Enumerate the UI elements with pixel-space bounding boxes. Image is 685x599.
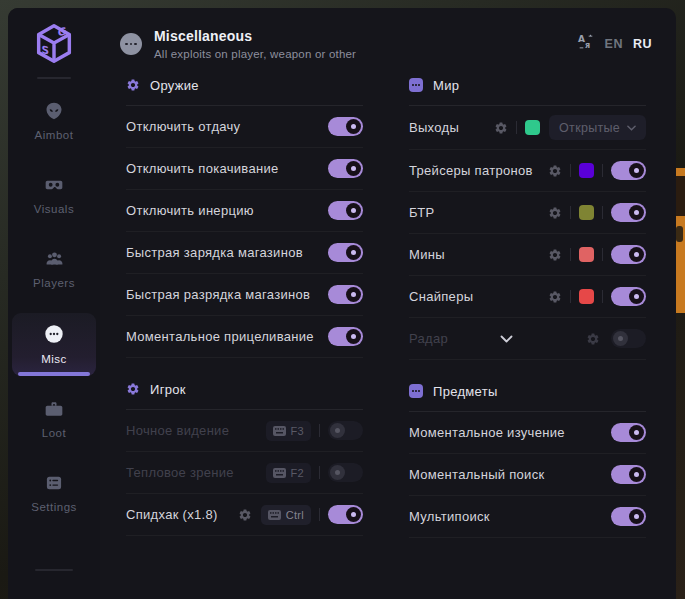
section-title: Игрок — [150, 382, 186, 397]
toggle-switch[interactable] — [611, 287, 646, 306]
toggle-switch[interactable] — [328, 117, 363, 136]
svg-text:S: S — [42, 43, 50, 57]
section-world: Мир Выходы Открытые — [409, 74, 646, 360]
color-swatch[interactable] — [579, 289, 594, 304]
briefcase-icon — [44, 399, 64, 419]
toggle-switch[interactable] — [611, 465, 646, 484]
toggle-switch[interactable] — [611, 245, 646, 264]
toggle-switch[interactable] — [328, 243, 363, 262]
svg-text:A: A — [577, 34, 584, 44]
sidebar-item-settings[interactable]: Settings — [12, 463, 96, 524]
gear-icon[interactable] — [238, 508, 252, 522]
content-grid: Оружие Отключить отдачу Отключить покачи… — [100, 70, 676, 558]
feature-row: Радар — [409, 318, 646, 360]
keyboard-icon — [273, 468, 286, 478]
page-title: Miscellaneous — [154, 28, 356, 44]
feature-row: Тепловое зрение F2 — [126, 452, 363, 494]
translate-icon: A я — [577, 33, 595, 55]
right-column: Мир Выходы Открытые — [409, 74, 646, 558]
sidebar-item-label: Visuals — [34, 203, 74, 215]
page-subtitle: All exploits on player, weapon or other — [154, 48, 356, 60]
background-game-billboard — [676, 168, 685, 313]
feature-row: Отключить покачивание — [126, 148, 363, 190]
gear-icon[interactable] — [586, 332, 600, 346]
feature-row: Отключить отдачу — [126, 106, 363, 148]
toggle-switch[interactable] — [611, 203, 646, 222]
feature-row: Отключить инерцию — [126, 190, 363, 232]
dots-square-icon — [409, 78, 423, 92]
svg-text:я: я — [585, 40, 590, 50]
toggle-switch[interactable] — [611, 329, 646, 348]
feature-row: Трейсеры патронов — [409, 150, 646, 192]
section-title: Мир — [433, 78, 459, 93]
sidebar-item-misc[interactable]: Misc — [12, 313, 96, 376]
sidebar-item-label: Settings — [31, 501, 77, 513]
gear-icon[interactable] — [548, 206, 562, 220]
toggle-switch[interactable] — [328, 327, 363, 346]
list-icon — [44, 473, 64, 493]
gear-icon[interactable] — [548, 290, 562, 304]
color-swatch[interactable] — [525, 120, 540, 135]
keybind-badge[interactable]: Ctrl — [261, 505, 311, 525]
cheat-menu-window: S G Aimbot Visuals — [8, 8, 676, 599]
page-header-text: Miscellaneous All exploits on player, we… — [154, 28, 356, 60]
section-items: Предметы Моментальное изучение Моменталь… — [409, 380, 646, 538]
color-swatch[interactable] — [579, 205, 594, 220]
chevron-down-icon[interactable] — [500, 335, 513, 343]
lang-ru-button[interactable]: RU — [633, 37, 652, 51]
toggle-switch[interactable] — [328, 285, 363, 304]
gear-icon[interactable] — [548, 164, 562, 178]
toggle-switch[interactable] — [328, 159, 363, 178]
sidebar-bottom-divider — [35, 569, 73, 571]
keybind-badge[interactable]: F3 — [266, 421, 311, 441]
gear-icon — [126, 382, 140, 396]
gear-icon[interactable] — [548, 248, 562, 262]
left-column: Оружие Отключить отдачу Отключить покачи… — [126, 74, 363, 558]
language-switcher: A я EN RU — [577, 33, 652, 55]
feature-row: Снайперы — [409, 276, 646, 318]
dots-square-icon — [409, 384, 423, 398]
sidebar-item-loot[interactable]: Loot — [12, 389, 96, 450]
ellipsis-circle-icon — [120, 33, 142, 55]
sidebar-item-aimbot[interactable]: Aimbot — [12, 91, 96, 152]
keyboard-icon — [273, 426, 286, 436]
sidebar-nav: Aimbot Visuals Players — [8, 91, 100, 524]
color-swatch[interactable] — [579, 247, 594, 262]
app-cube-logo: S G — [30, 20, 78, 68]
chevron-down-icon — [627, 125, 636, 131]
ellipsis-icon — [43, 323, 65, 345]
keybind-badge[interactable]: F2 — [266, 463, 311, 483]
keyboard-icon — [268, 510, 281, 520]
sidebar-item-label: Players — [33, 277, 75, 289]
toggle-switch[interactable] — [328, 421, 363, 440]
gear-icon — [126, 78, 140, 92]
feature-row: Спидхак (x1.8) Ctrl — [126, 494, 363, 536]
feature-row: Мультипоиск — [409, 496, 646, 538]
exits-dropdown[interactable]: Открытые — [549, 115, 646, 140]
section-player: Игрок Ночное видение F3 — [126, 378, 363, 536]
feature-row: Выходы Открытые — [409, 106, 646, 150]
sidebar-item-visuals[interactable]: Visuals — [12, 165, 96, 226]
color-swatch[interactable] — [579, 163, 594, 178]
vr-goggles-icon — [43, 175, 65, 195]
toggle-switch[interactable] — [611, 507, 646, 526]
feature-row: Моментальное прицеливание — [126, 316, 363, 358]
lang-en-button[interactable]: EN — [605, 37, 623, 51]
sidebar-item-label: Loot — [42, 427, 66, 439]
gear-icon[interactable] — [494, 121, 508, 135]
toggle-switch[interactable] — [328, 201, 363, 220]
toggle-switch[interactable] — [611, 423, 646, 442]
feature-row: БТР — [409, 192, 646, 234]
sidebar-item-label: Misc — [41, 353, 67, 365]
toggle-switch[interactable] — [328, 505, 363, 524]
toggle-switch[interactable] — [328, 463, 363, 482]
sidebar-item-label: Aimbot — [35, 129, 74, 141]
toggle-switch[interactable] — [611, 161, 646, 180]
sidebar-item-players[interactable]: Players — [12, 239, 96, 300]
feature-row: Быстрая зарядка магазинов — [126, 232, 363, 274]
feature-row: Моментальный поиск — [409, 454, 646, 496]
people-icon — [44, 249, 65, 269]
feature-row: Ночное видение F3 — [126, 410, 363, 452]
feature-row: Мины — [409, 234, 646, 276]
svg-text:G: G — [58, 25, 67, 40]
